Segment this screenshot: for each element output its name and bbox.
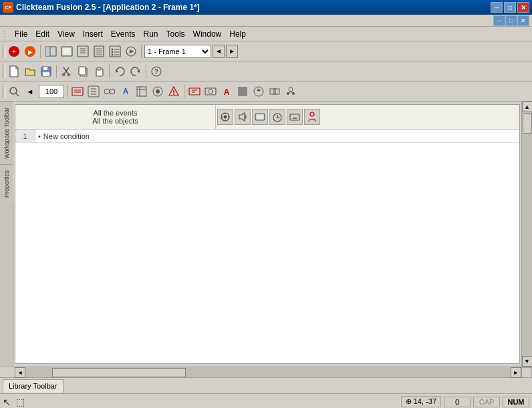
coords-display: ⊕ 14, -37	[401, 396, 441, 407]
row-condition-1[interactable]: • New condition	[35, 130, 519, 142]
menu-window[interactable]: Window	[189, 28, 226, 40]
new-condition-label[interactable]: New condition	[43, 132, 90, 140]
obj-icon-timer[interactable]	[269, 109, 285, 125]
btn-ev1[interactable]	[70, 84, 85, 99]
obj-icon-sound[interactable]	[235, 109, 251, 125]
sidebar-workspace[interactable]: Workspace Toolbar	[0, 101, 13, 164]
svg-marker-29	[10, 66, 18, 77]
btn-ev3[interactable]	[102, 84, 117, 99]
toolbar-grip-1	[3, 45, 5, 58]
btn-cut[interactable]	[59, 64, 74, 79]
inner-minimize[interactable]: ─	[493, 15, 505, 26]
btn-redo[interactable]	[128, 64, 143, 79]
selection-icon: ⬚	[16, 397, 25, 407]
obj-icon-player[interactable]	[304, 109, 320, 125]
event-row-1: 1 • New condition	[15, 130, 519, 143]
btn-frame-editor[interactable]	[59, 44, 74, 59]
btn-copy[interactable]	[76, 64, 90, 79]
btn-event-list[interactable]	[108, 44, 122, 59]
menu-edit[interactable]: Edit	[31, 28, 53, 40]
svg-point-98	[310, 112, 314, 116]
obj-icon-keyboard[interactable]	[287, 109, 303, 125]
svg-text:CF: CF	[5, 5, 11, 10]
btn-new-file[interactable]	[7, 64, 21, 79]
btn-open-file[interactable]	[23, 64, 37, 79]
left-sidebar: Workspace Toolbar Properties	[0, 101, 13, 367]
btn-open[interactable]: ▶	[23, 44, 37, 59]
menu-help[interactable]: Help	[225, 28, 250, 40]
inner-close[interactable]: ✕	[517, 15, 529, 26]
menu-tools[interactable]: Tools	[162, 28, 189, 40]
library-toolbar: Library Toolbar	[0, 377, 532, 393]
sep-6	[67, 85, 68, 98]
btn-ev7[interactable]	[166, 84, 181, 99]
event-editor: All the events All the objects	[15, 104, 520, 364]
toolbar-grip-3	[3, 85, 5, 98]
svg-text:?: ?	[154, 68, 158, 75]
btn-help[interactable]: ?	[149, 64, 164, 79]
event-header: All the events All the objects	[15, 105, 519, 130]
svg-point-21	[112, 48, 114, 50]
restore-button[interactable]: □	[504, 2, 516, 13]
btn-search[interactable]	[7, 84, 21, 99]
minimize-button[interactable]: ─	[491, 2, 503, 13]
svg-point-61	[156, 89, 160, 93]
btn-undo[interactable]	[112, 64, 127, 79]
frame-prev[interactable]: ◄	[213, 45, 225, 58]
btn-ev11[interactable]	[235, 84, 250, 99]
svg-rect-38	[79, 67, 86, 75]
btn-ev9[interactable]	[203, 84, 218, 99]
svg-rect-11	[78, 46, 88, 57]
btn-nav-left[interactable]: ◄	[23, 84, 37, 99]
scroll-down[interactable]: ▼	[522, 356, 533, 367]
sidebar-properties[interactable]: Properties	[0, 164, 13, 203]
scroll-left[interactable]: ◄	[15, 367, 25, 378]
btn-playfield[interactable]	[124, 44, 138, 59]
menu-run[interactable]: Run	[140, 28, 162, 40]
cap-indicator: CAP	[473, 397, 500, 407]
frame-selector: 1 - Frame 1 ◄ ►	[144, 45, 238, 58]
btn-storyboard[interactable]	[43, 44, 58, 59]
btn-ev4[interactable]: A	[118, 84, 133, 99]
btn-new[interactable]: +	[7, 44, 21, 59]
scroll-track-v[interactable]	[522, 112, 533, 356]
btn-ev6[interactable]	[150, 84, 165, 99]
btn-ev5[interactable]	[134, 84, 149, 99]
svg-point-54	[104, 89, 110, 94]
obj-icon-settings[interactable]	[217, 109, 233, 125]
btn-ev10[interactable]: A	[219, 84, 234, 99]
btn-ev12[interactable]	[251, 84, 266, 99]
svg-point-69	[209, 89, 213, 93]
menu-view[interactable]: View	[53, 28, 79, 40]
scroll-track-h[interactable]	[25, 367, 511, 377]
library-tab[interactable]: Library Toolbar	[3, 379, 63, 393]
btn-save[interactable]	[39, 64, 53, 79]
zoom-value[interactable]: 100	[39, 85, 64, 98]
svg-marker-87	[239, 113, 245, 121]
scroll-up[interactable]: ▲	[522, 101, 533, 112]
btn-ev2[interactable]	[86, 84, 101, 99]
svg-marker-28	[130, 49, 134, 53]
btn-ev8[interactable]	[187, 84, 202, 99]
btn-event-editor[interactable]	[76, 44, 90, 59]
obj-icon-game[interactable]	[252, 109, 268, 125]
toolbar-extra: ◄ 100 A A	[0, 81, 532, 101]
btn-paste[interactable]	[92, 64, 106, 79]
row-number-1: 1	[15, 130, 35, 142]
menu-insert[interactable]: Insert	[79, 28, 107, 40]
frame-next[interactable]: ►	[226, 45, 238, 58]
scroll-right[interactable]: ►	[511, 367, 521, 378]
svg-text:A: A	[123, 87, 129, 96]
btn-ev14[interactable]	[283, 84, 298, 99]
frame-select-input[interactable]: 1 - Frame 1	[144, 45, 211, 58]
close-button[interactable]: ✕	[517, 2, 529, 13]
inner-restore[interactable]: □	[505, 15, 517, 26]
status-right: ⊕ 14, -37 0 CAP NUM	[401, 396, 529, 407]
menu-file[interactable]: File	[11, 28, 31, 40]
menu-events[interactable]: Events	[107, 28, 140, 40]
window-controls: ─ □ ✕	[491, 2, 529, 13]
btn-data-elements[interactable]	[92, 44, 106, 59]
menu-bar: ⋮ File Edit View Insert Events Run Tools…	[0, 27, 532, 41]
btn-ev13[interactable]	[267, 84, 282, 99]
svg-point-76	[289, 87, 293, 91]
